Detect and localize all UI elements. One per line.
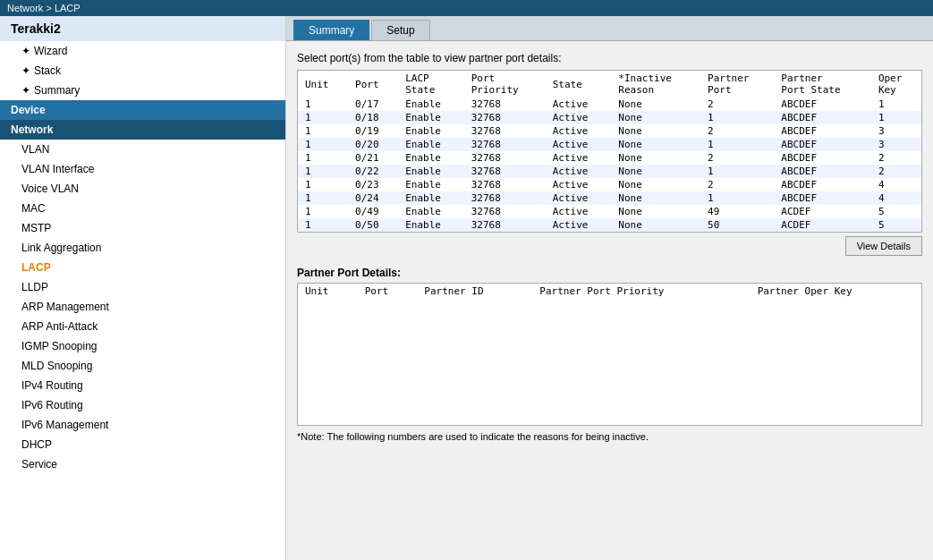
sidebar-item-link-aggregation[interactable]: Link Aggregation xyxy=(0,238,285,258)
col-partner-port-state: PartnerPort State xyxy=(774,71,871,98)
col-partner-id: Partner ID xyxy=(417,284,532,299)
sidebar-item-label: Wizard xyxy=(34,45,67,57)
sidebar-item-lacp[interactable]: LACP xyxy=(0,258,285,277)
table-row[interactable]: 10/18Enable32768ActiveNone1ABCDEF1 xyxy=(298,111,921,124)
tab-bar: Summary Setup xyxy=(286,16,933,41)
table-row[interactable]: 10/21Enable32768ActiveNone2ABCDEF2 xyxy=(298,151,921,165)
col-port: Port xyxy=(348,71,398,98)
tab-summary[interactable]: Summary xyxy=(293,20,369,40)
sidebar-app-name: Terakki2 xyxy=(11,21,61,36)
col-partner-port-priority: Partner Port Priority xyxy=(532,284,750,299)
col-oper-key: OperKey xyxy=(871,71,921,98)
sidebar-item-arp-anti-attack[interactable]: ARP Anti-Attack xyxy=(0,317,285,336)
col-inactive-reason: *InactiveReason xyxy=(611,71,700,98)
sidebar-item-wizard[interactable]: ✦ Wizard xyxy=(0,41,285,61)
content-area: Select port(s) from the table to view pa… xyxy=(286,41,933,560)
sidebar-item-ipv6-routing[interactable]: IPv6 Routing xyxy=(0,395,285,415)
sidebar-item-vlan-interface[interactable]: VLAN Interface xyxy=(0,159,285,179)
partner-table: Unit Port Partner ID Partner Port Priori… xyxy=(298,284,921,299)
star-icon: ✦ xyxy=(21,45,30,57)
col-lacp-state: LACPState xyxy=(398,71,464,98)
note-text: *Note: The following numbers are used to… xyxy=(297,431,922,442)
sidebar-title: Terakki2 xyxy=(0,16,285,41)
sidebar-item-ipv6-management[interactable]: IPv6 Management xyxy=(0,415,285,435)
sidebar-item-arp-management[interactable]: ARP Management xyxy=(0,297,285,317)
sidebar-item-mld-snooping[interactable]: MLD Snooping xyxy=(0,356,285,376)
partner-table-container[interactable]: Unit Port Partner ID Partner Port Priori… xyxy=(297,283,922,426)
port-table-container[interactable]: Unit Port LACPState PortPriority State *… xyxy=(297,70,922,233)
select-label: Select port(s) from the table to view pa… xyxy=(297,52,922,64)
sidebar-item-voice-vlan[interactable]: Voice VLAN xyxy=(0,179,285,199)
button-row: View Details xyxy=(297,236,922,261)
sidebar-item-label: Stack xyxy=(34,64,61,77)
main-content: Summary Setup Select port(s) from the ta… xyxy=(286,16,933,560)
table-row[interactable]: 10/19Enable32768ActiveNone2ABCDEF3 xyxy=(298,124,921,138)
table-row[interactable]: 10/22Enable32768ActiveNone1ABCDEF2 xyxy=(298,165,921,178)
sidebar-item-service[interactable]: Service xyxy=(0,454,285,474)
sidebar-item-vlan[interactable]: VLAN xyxy=(0,140,285,159)
table-row[interactable]: 10/24Enable32768ActiveNone1ABCDEF4 xyxy=(298,191,921,205)
col-state: State xyxy=(546,71,612,98)
sidebar-item-dhcp[interactable]: DHCP xyxy=(0,435,285,454)
sidebar-item-summary[interactable]: ✦ Summary xyxy=(0,81,285,100)
star-icon: ✦ xyxy=(21,64,30,77)
sidebar-item-mstp[interactable]: MSTP xyxy=(0,218,285,238)
col-unit-p: Unit xyxy=(298,284,358,299)
port-table: Unit Port LACPState PortPriority State *… xyxy=(298,71,921,232)
col-partner-port: PartnerPort xyxy=(700,71,774,98)
breadcrumb: Network > LACP xyxy=(0,0,933,16)
table-row[interactable]: 10/49Enable32768ActiveNone49ACDEF5 xyxy=(298,205,921,218)
table-row[interactable]: 10/17Enable32768ActiveNone2ABCDEF1 xyxy=(298,98,921,111)
sidebar-section-network: Network xyxy=(0,120,285,140)
sidebar-item-stack[interactable]: ✦ Stack xyxy=(0,61,285,81)
col-partner-oper-key: Partner Oper Key xyxy=(751,284,921,299)
sidebar-item-igmp-snooping[interactable]: IGMP Snooping xyxy=(0,336,285,356)
sidebar-item-lldp[interactable]: LLDP xyxy=(0,277,285,297)
sidebar: Terakki2 ✦ Wizard ✦ Stack ✦ Summary Devi… xyxy=(0,16,286,560)
partner-section-label: Partner Port Details: xyxy=(297,267,922,279)
table-row[interactable]: 10/50Enable32768ActiveNone50ACDEF5 xyxy=(298,218,921,232)
table-row[interactable]: 10/23Enable32768ActiveNone2ABCDEF4 xyxy=(298,178,921,191)
star-icon: ✦ xyxy=(21,84,30,97)
view-details-button[interactable]: View Details xyxy=(845,236,922,256)
sidebar-item-mac[interactable]: MAC xyxy=(0,199,285,218)
sidebar-section-device: Device xyxy=(0,100,285,120)
col-unit: Unit xyxy=(298,71,348,98)
sidebar-item-ipv4-routing[interactable]: IPv4 Routing xyxy=(0,376,285,395)
col-port-p: Port xyxy=(358,284,418,299)
sidebar-item-label: Summary xyxy=(34,84,80,97)
table-row[interactable]: 10/20Enable32768ActiveNone1ABCDEF3 xyxy=(298,138,921,151)
tab-setup[interactable]: Setup xyxy=(371,20,429,40)
col-port-priority: PortPriority xyxy=(464,71,546,98)
